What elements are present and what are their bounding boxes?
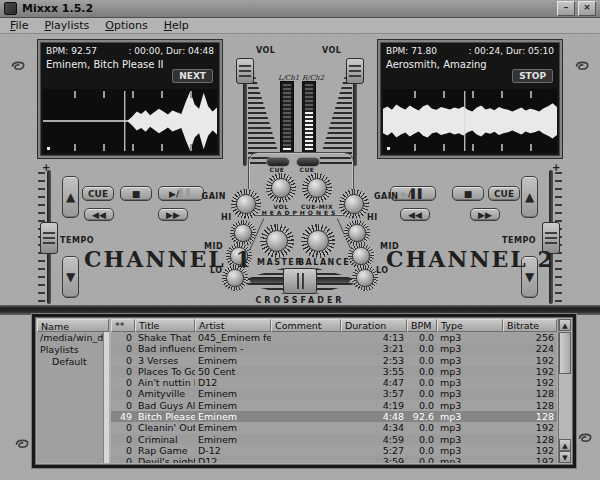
sidebar-scrollbar[interactable] (103, 332, 109, 463)
ch2-lo-knob[interactable] (352, 265, 378, 291)
cell-bitrate: 192 (503, 422, 557, 433)
cell-type: mp3 (437, 388, 503, 399)
column-header[interactable]: Type (437, 319, 503, 332)
cell-title: Cleanin' Out My (135, 422, 195, 433)
swirl-icon (577, 430, 594, 444)
menu-playlists[interactable]: Playlists (44, 19, 89, 32)
table-row[interactable]: 0Places To Go50 Cent3:550.0mp3192 (111, 366, 557, 377)
cell-comment (271, 400, 341, 411)
cell-duration: 4:13 (341, 332, 407, 343)
cell-title: Bad Guys Alway (135, 400, 195, 411)
table-row[interactable]: 0Devil's nightD123:590.0mp3192 (111, 456, 557, 463)
table-scrollbar[interactable]: ▲ ▲ ▼ (558, 319, 571, 463)
ch1-hi-label: HI (221, 213, 232, 222)
cell-title: Bad influence (135, 343, 195, 354)
column-header[interactable]: Bitrate (503, 319, 557, 332)
scroll-down-icon[interactable]: ▼ (559, 451, 571, 463)
sidebar-header[interactable]: Name (37, 319, 109, 332)
deck2-cue-button[interactable]: CUE (488, 186, 520, 201)
cell-duration: 4:34 (341, 422, 407, 433)
cell-bpm: 0.0 (407, 377, 437, 388)
deck2-ff-button[interactable]: ▶▶ (470, 208, 500, 221)
ch2-hi-knob[interactable] (344, 220, 370, 246)
cell-bpm: 0.0 (407, 366, 437, 377)
tempo2-up-button[interactable]: ▲ (521, 176, 538, 218)
tempo2-label: TEMPO (502, 236, 536, 245)
table-row[interactable]: 03 VersesEminem2:530.0mp3192 (111, 355, 557, 366)
vol1-fader-handle[interactable] (236, 58, 254, 84)
ch1-hi-knob[interactable] (230, 220, 256, 246)
deck2-stop-button[interactable]: ■ (452, 186, 484, 201)
deck1-ff-button[interactable]: ▶▶ (158, 208, 188, 221)
cell-bitrate: 192 (503, 445, 557, 456)
tempo1-up-button[interactable]: ▲ (62, 176, 79, 218)
cell-artist: Eminem (195, 411, 271, 422)
table-row[interactable]: 0Rap GameD-125:270.0mp3192 (111, 445, 557, 456)
table-row[interactable]: 49Bitch Please IIEminem4:4892.6mp3128 (111, 411, 557, 422)
crossfader-handle[interactable] (283, 268, 317, 294)
deck1-cue-button[interactable]: CUE (82, 186, 114, 201)
tempo1-label: TEMPO (60, 236, 94, 245)
scroll-up-icon[interactable]: ▲ (559, 439, 571, 451)
cell-duration: 4:19 (341, 400, 407, 411)
cell-duration: 2:53 (341, 355, 407, 366)
menu-help[interactable]: Help (164, 19, 189, 32)
headphone-cuemix-knob[interactable] (302, 173, 332, 203)
table-row[interactable]: 0Cleanin' Out MyEminem4:340.0mp3192 (111, 422, 557, 433)
vol1-label: VOL (256, 46, 275, 55)
table-row[interactable]: 0Bad influenceEminem -3:210.0mp3224 (111, 343, 557, 354)
table-row[interactable]: 0CriminalEminem4:590.0mp3128 (111, 434, 557, 445)
table-row[interactable]: 0Shake That045_Eminem fe4:130.0mp3256 (111, 332, 557, 343)
cell-bitrate: 256 (503, 332, 557, 343)
close-button[interactable]: × (578, 1, 596, 16)
ch1-gain-knob[interactable] (231, 189, 261, 219)
balance-knob[interactable] (301, 224, 335, 258)
cell-duration: 3:21 (341, 343, 407, 354)
cell-bpm: 92.6 (407, 411, 437, 422)
column-header[interactable]: Artist (195, 319, 271, 332)
column-header[interactable]: Title (135, 319, 195, 332)
vu-meter-right (302, 81, 316, 153)
cell-bitrate: 224 (503, 343, 557, 354)
master-knob[interactable] (260, 224, 294, 258)
deck2-stop-button[interactable]: STOP (512, 69, 553, 83)
cell-duration: 4:59 (341, 434, 407, 445)
tempo1-fader-handle[interactable] (40, 222, 58, 254)
menu-file[interactable]: File (10, 19, 28, 32)
column-header[interactable]: Comment (271, 319, 341, 332)
ch2-gain-knob[interactable] (339, 189, 369, 219)
scroll-up-icon[interactable]: ▲ (559, 319, 571, 331)
tempo1-down-button[interactable]: ▼ (62, 256, 79, 298)
sidebar-item[interactable]: Default (37, 356, 109, 368)
scroll-thumb[interactable] (559, 332, 571, 374)
cell-title: Shake That (135, 332, 195, 343)
library-sidebar: Name /media/win_d/M...PlaylistsDefault (37, 319, 109, 463)
headphone-vol-knob[interactable] (266, 173, 296, 203)
vol2-fader-handle[interactable] (346, 58, 364, 84)
sidebar-item[interactable]: /media/win_d/M... (37, 332, 109, 344)
column-header[interactable]: BPM (407, 319, 437, 332)
cell-plays: 0 (111, 445, 135, 456)
play-icon: ▶ (169, 189, 176, 199)
menu-options[interactable]: Options (105, 19, 147, 32)
cell-comment (271, 388, 341, 399)
minimize-button[interactable]: – (557, 1, 575, 16)
table-row[interactable]: 0Ain't nuttin butD124:470.0mp3192 (111, 377, 557, 388)
cell-artist: Eminem (195, 434, 271, 445)
column-header[interactable]: Duration (341, 319, 407, 332)
deck1-next-button[interactable]: NEXT (172, 69, 213, 83)
deck1-rew-button[interactable]: ◀◀ (84, 208, 114, 221)
cell-comment (271, 366, 341, 377)
cell-type: mp3 (437, 400, 503, 411)
deck1-waveform[interactable] (43, 89, 217, 153)
table-row[interactable]: 0AmityvilleEminem3:570.0mp3128 (111, 388, 557, 399)
deck1-stop-button[interactable]: ■ (120, 186, 152, 201)
column-header[interactable]: ** (111, 319, 135, 332)
sidebar-item[interactable]: Playlists (37, 344, 109, 356)
cell-type: mp3 (437, 332, 503, 343)
cell-comment (271, 434, 341, 445)
deck2-waveform[interactable] (383, 89, 557, 153)
deck2-rew-button[interactable]: ◀◀ (400, 208, 430, 221)
cell-plays: 0 (111, 422, 135, 433)
table-row[interactable]: 0Bad Guys AlwayEminem4:190.0mp3128 (111, 400, 557, 411)
